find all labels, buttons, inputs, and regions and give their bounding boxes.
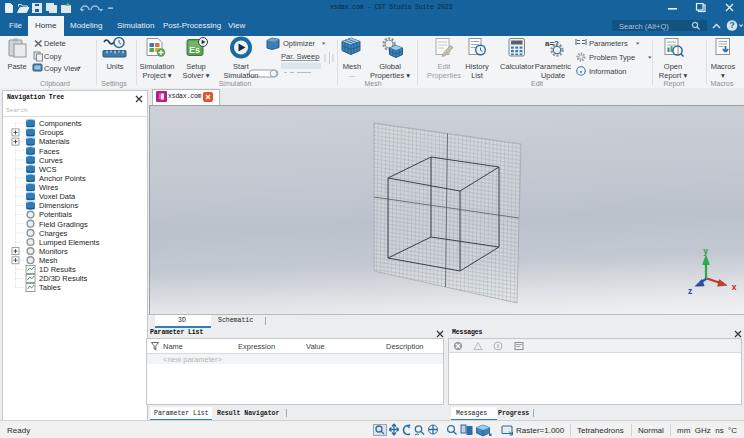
svg-text:Materials: Materials	[39, 137, 70, 146]
svg-text:y: y	[703, 246, 708, 256]
svg-text:Groups: Groups	[39, 128, 64, 137]
svg-text:Anchor Points: Anchor Points	[39, 174, 86, 183]
svg-text:Charges: Charges	[39, 229, 68, 238]
svg-text:Wires: Wires	[39, 183, 58, 192]
svg-text:Voxel Data: Voxel Data	[39, 192, 76, 201]
svg-text:Potentials: Potentials	[39, 210, 72, 219]
svg-text:Lumped Elements: Lumped Elements	[39, 238, 100, 247]
svg-text:Field Gradings: Field Gradings	[39, 220, 88, 229]
svg-text:Mesh: Mesh	[39, 256, 57, 265]
svg-text:x: x	[732, 282, 737, 292]
svg-text:?: ?	[729, 20, 734, 30]
svg-text:Dimensions: Dimensions	[39, 201, 78, 210]
svg-text:Tables: Tables	[39, 283, 61, 292]
svg-text:Faces: Faces	[39, 147, 60, 156]
svg-text:Components: Components	[39, 119, 82, 128]
svg-text:Es: Es	[189, 45, 200, 55]
svg-text:Curves: Curves	[39, 156, 63, 165]
svg-text:1D Results: 1D Results	[39, 265, 76, 274]
svg-text:Monitors: Monitors	[39, 247, 68, 256]
svg-text:WCS: WCS	[39, 165, 57, 174]
svg-text:2D/3D Results: 2D/3D Results	[39, 274, 88, 283]
svg-text:z: z	[688, 286, 692, 296]
